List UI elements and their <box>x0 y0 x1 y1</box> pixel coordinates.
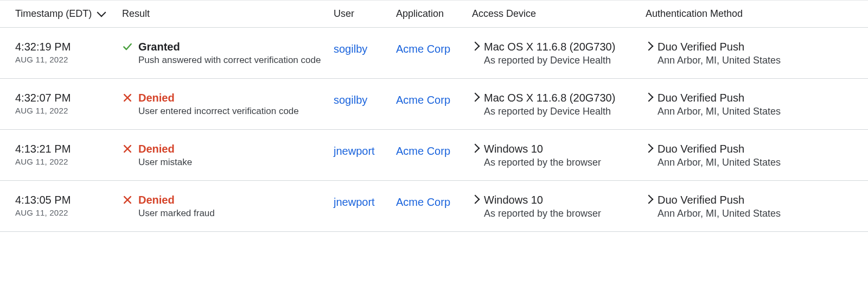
chevron-right-icon[interactable] <box>644 93 654 102</box>
result-status: Denied <box>138 142 175 156</box>
col-header-access-device[interactable]: Access Device <box>472 1 646 28</box>
x-icon <box>122 92 133 103</box>
col-header-timestamp-label: Timestamp (EDT) <box>15 8 92 20</box>
application-link[interactable]: Acme Corp <box>396 94 450 106</box>
auth-method: Duo Verified Push <box>658 40 744 54</box>
timestamp-time: 4:13:21 PM <box>15 142 116 156</box>
auth-location: Ann Arbor, MI, United States <box>658 157 861 168</box>
device-subtext: As reported by Device Health <box>484 106 639 117</box>
chevron-down-icon <box>97 8 106 17</box>
result-status: Denied <box>138 91 175 105</box>
col-header-auth-method[interactable]: Authentication Method <box>646 1 868 28</box>
result-detail: User entered incorrect verification code <box>138 106 327 117</box>
timestamp-date: AUG 11, 2022 <box>15 208 116 217</box>
result-detail: User marked fraud <box>138 208 327 219</box>
table-row: 4:32:19 PM AUG 11, 2022 Granted Push ans… <box>0 28 868 79</box>
result-detail: Push answered with correct verification … <box>138 55 327 66</box>
chevron-right-icon[interactable] <box>471 144 480 153</box>
user-link[interactable]: jnewport <box>334 145 375 157</box>
chevron-right-icon[interactable] <box>471 195 480 204</box>
result-status: Denied <box>138 193 175 207</box>
user-link[interactable]: sogilby <box>334 43 367 55</box>
table-header-row: Timestamp (EDT) Result User Application … <box>0 1 868 28</box>
table-row: 4:13:05 PM AUG 11, 2022 Denied User mark… <box>0 181 868 232</box>
timestamp-date: AUG 11, 2022 <box>15 106 116 115</box>
auth-location: Ann Arbor, MI, United States <box>658 55 861 66</box>
table-row: 4:32:07 PM AUG 11, 2022 Denied User ente… <box>0 79 868 130</box>
auth-method: Duo Verified Push <box>658 193 744 207</box>
check-icon <box>122 41 133 52</box>
auth-log-table: Timestamp (EDT) Result User Application … <box>0 0 868 232</box>
col-header-application[interactable]: Application <box>396 1 472 28</box>
device-subtext: As reported by Device Health <box>484 55 639 66</box>
result-detail: User mistake <box>138 157 327 168</box>
timestamp-time: 4:32:07 PM <box>15 91 116 105</box>
auth-method: Duo Verified Push <box>658 142 744 156</box>
application-link[interactable]: Acme Corp <box>396 43 450 55</box>
x-icon <box>122 143 133 154</box>
col-header-result[interactable]: Result <box>122 1 334 28</box>
application-link[interactable]: Acme Corp <box>396 196 450 208</box>
timestamp-time: 4:13:05 PM <box>15 193 116 207</box>
timestamp-time: 4:32:19 PM <box>15 40 116 54</box>
device-name: Mac OS X 11.6.8 (20G730) <box>484 40 615 54</box>
device-subtext: As reported by the browser <box>484 157 639 168</box>
device-name: Windows 10 <box>484 193 543 207</box>
chevron-right-icon[interactable] <box>471 42 480 51</box>
application-link[interactable]: Acme Corp <box>396 145 450 157</box>
result-status: Granted <box>138 40 180 54</box>
auth-location: Ann Arbor, MI, United States <box>658 208 861 219</box>
timestamp-date: AUG 11, 2022 <box>15 157 116 166</box>
x-icon <box>122 194 133 205</box>
col-header-timestamp[interactable]: Timestamp (EDT) <box>15 8 105 20</box>
timestamp-date: AUG 11, 2022 <box>15 55 116 64</box>
chevron-right-icon[interactable] <box>644 144 654 153</box>
device-name: Mac OS X 11.6.8 (20G730) <box>484 91 615 105</box>
auth-method: Duo Verified Push <box>658 91 744 105</box>
auth-location: Ann Arbor, MI, United States <box>658 106 861 117</box>
chevron-right-icon[interactable] <box>644 195 654 204</box>
user-link[interactable]: jnewport <box>334 196 375 208</box>
chevron-right-icon[interactable] <box>644 42 654 51</box>
chevron-right-icon[interactable] <box>471 93 480 102</box>
col-header-user[interactable]: User <box>334 1 396 28</box>
user-link[interactable]: sogilby <box>334 94 367 106</box>
table-row: 4:13:21 PM AUG 11, 2022 Denied User mist… <box>0 130 868 181</box>
device-name: Windows 10 <box>484 142 543 156</box>
device-subtext: As reported by the browser <box>484 208 639 219</box>
